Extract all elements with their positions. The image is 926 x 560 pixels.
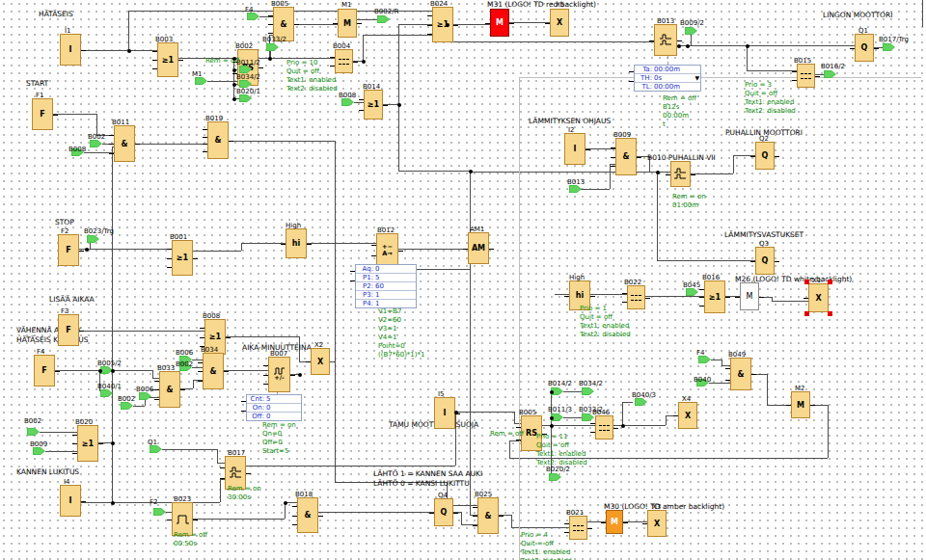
wire[interactable] (555, 294, 569, 295)
wire[interactable] (666, 415, 667, 425)
key-F2[interactable]: F (58, 234, 79, 266)
counter-B007[interactable]: +/- (268, 357, 290, 392)
connector-b006-arrow-icon[interactable] (139, 392, 151, 400)
and-B025[interactable]: & (477, 497, 499, 534)
wire[interactable] (96, 114, 97, 135)
timer-B010[interactable] (670, 161, 691, 187)
flag-M26[interactable]: M (740, 282, 759, 310)
analog-high-1[interactable]: hi (286, 228, 307, 258)
wire[interactable] (241, 243, 242, 251)
wire[interactable] (207, 81, 237, 82)
wire[interactable] (415, 269, 470, 270)
wire[interactable] (657, 172, 658, 260)
wire[interactable] (453, 24, 490, 25)
wire[interactable] (398, 24, 399, 104)
or-B001[interactable]: ≥1 (172, 240, 193, 276)
wire[interactable] (318, 512, 434, 513)
wire[interactable] (470, 172, 670, 173)
and-B034[interactable]: & (203, 353, 224, 389)
key-F4[interactable]: F (34, 355, 55, 387)
wire[interactable] (90, 242, 91, 249)
wire[interactable] (335, 141, 336, 482)
wire[interactable] (79, 331, 204, 332)
connector-b002r-arrow-icon[interactable] (377, 15, 390, 23)
wire[interactable] (363, 35, 432, 36)
msgtext-B046[interactable] (595, 415, 613, 440)
counter-B007-params[interactable]: Cnt:5On:0Off:0 (246, 394, 302, 421)
wire[interactable] (470, 171, 471, 515)
output-Q4[interactable]: Q (434, 498, 453, 526)
msgtext-B015[interactable] (797, 64, 815, 88)
and-B018[interactable]: & (297, 497, 318, 533)
open-connector-X1[interactable]: X (808, 283, 829, 312)
wire[interactable] (511, 527, 569, 528)
wire[interactable] (79, 249, 172, 250)
open-connector-X5[interactable]: X (550, 9, 569, 37)
wire[interactable] (354, 102, 364, 103)
wire[interactable] (815, 74, 824, 75)
wire[interactable] (747, 45, 748, 70)
or-B014[interactable]: ≥1 (364, 90, 383, 120)
wire[interactable] (330, 361, 335, 362)
wire[interactable] (590, 294, 627, 295)
wire[interactable] (192, 367, 203, 368)
wire[interactable] (112, 147, 113, 502)
connector-b013-arrow-icon[interactable] (569, 185, 582, 193)
connector-b017trg-arrow-icon[interactable] (883, 43, 895, 51)
wire[interactable] (610, 164, 611, 189)
wire[interactable] (53, 114, 96, 115)
wire[interactable] (135, 144, 207, 145)
wire[interactable] (711, 360, 722, 360)
selection-handle[interactable] (828, 311, 832, 316)
wire[interactable] (709, 383, 730, 384)
and-B049[interactable]: & (730, 358, 751, 390)
open-connector-X4[interactable]: X (678, 402, 697, 429)
wire[interactable] (622, 402, 633, 403)
wire[interactable] (563, 417, 582, 418)
selection-handle[interactable] (804, 311, 809, 316)
input-I4[interactable]: I (60, 485, 81, 517)
wire[interactable] (152, 370, 153, 378)
connector-b0092-arrow-icon[interactable] (685, 27, 697, 35)
flag-M2[interactable]: M (791, 391, 810, 418)
analog-flag-AM1[interactable]: AM (468, 232, 489, 264)
wire[interactable] (192, 360, 203, 360)
wire[interactable] (447, 41, 654, 42)
wire[interactable] (398, 249, 468, 250)
msgtext-B004[interactable] (335, 49, 353, 73)
output-Q1[interactable]: Q (855, 34, 874, 62)
key-F1[interactable]: F (32, 98, 53, 130)
or-B020[interactable]: ≥1 (77, 425, 98, 462)
connector-b0403-arrow-icon[interactable] (635, 398, 647, 406)
connector-b002-arrow-icon[interactable] (27, 428, 40, 436)
wire[interactable] (514, 412, 515, 423)
wire[interactable] (922, 0, 923, 27)
timer-B013[interactable] (654, 24, 677, 56)
input-I5[interactable]: I (434, 397, 455, 429)
and-B033[interactable]: & (159, 371, 180, 408)
connector-m1-arrow-icon[interactable] (195, 77, 207, 85)
connector-b002-arrow-icon[interactable] (90, 140, 102, 147)
input-I1[interactable]: I (60, 34, 81, 66)
wire[interactable] (241, 243, 286, 244)
wire[interactable] (509, 440, 510, 458)
wire[interactable] (193, 380, 194, 388)
connector-b023trg-arrow-icon[interactable] (87, 235, 99, 243)
diagram-canvas[interactable]: HÄTÄSEISSTARTSTOPLISÄÄ AIKAAVÄHENNÄ AIKA… (0, 0, 926, 560)
wire[interactable] (622, 402, 623, 425)
wire[interactable] (133, 406, 145, 407)
wire[interactable] (128, 11, 129, 50)
wire[interactable] (461, 512, 462, 524)
flag-M1[interactable]: M (338, 9, 357, 38)
output-Q3[interactable]: Q (755, 247, 775, 275)
wire[interactable] (828, 405, 829, 458)
connector-q1-arrow-icon[interactable] (150, 445, 162, 453)
wire[interactable] (767, 374, 768, 405)
wire[interactable] (259, 16, 273, 17)
connector-b0342-arrow-icon[interactable] (582, 387, 594, 395)
wire[interactable] (722, 365, 730, 366)
connector-b008-arrow-icon[interactable] (341, 98, 354, 106)
analog-amp-B012[interactable]: +−A→ (376, 233, 398, 267)
connector-b002-arrow-icon[interactable] (121, 402, 133, 410)
wire[interactable] (578, 189, 610, 190)
